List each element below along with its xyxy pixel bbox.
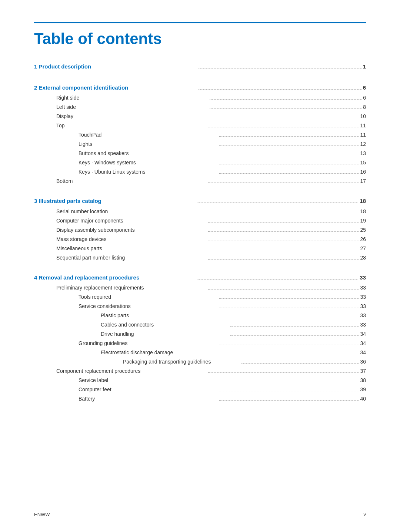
entry-dots bbox=[210, 99, 361, 100]
entry-label: Keys · Windows systems bbox=[79, 159, 218, 167]
entry-label: Lights bbox=[79, 140, 218, 148]
toc-entry: Buttons and speakers13 bbox=[34, 150, 366, 157]
toc-entry: Lights12 bbox=[34, 140, 366, 148]
entry-dots bbox=[208, 222, 359, 222]
entry-page: 11 bbox=[360, 122, 366, 130]
entry-page: 27 bbox=[360, 245, 366, 252]
toc-entry: Preliminary replacement requirements33 bbox=[34, 284, 366, 292]
chapter-page: 6 bbox=[363, 84, 366, 92]
chapter-label: 2 External component identification bbox=[34, 84, 197, 92]
entry-page: 13 bbox=[360, 150, 366, 157]
toc-chapter: 1 Product description1 bbox=[34, 63, 366, 71]
entry-page: 12 bbox=[360, 140, 366, 148]
entry-label: Packaging and transporting guidelines bbox=[123, 358, 240, 366]
toc-entry: Grounding guidelines34 bbox=[34, 339, 366, 347]
entry-label: Sequential part number listing bbox=[56, 254, 207, 262]
toc-entry: Service label38 bbox=[34, 377, 366, 384]
entry-dots bbox=[219, 298, 359, 299]
entry-page: 25 bbox=[360, 226, 366, 234]
entry-page: 40 bbox=[360, 395, 366, 403]
entry-label: Tools required bbox=[79, 293, 218, 301]
entry-label: Service label bbox=[79, 377, 218, 384]
toc-entry: Serial number location18 bbox=[34, 208, 366, 215]
entry-label: Keys · Ubuntu Linux systems bbox=[79, 168, 218, 176]
entry-page: 11 bbox=[360, 131, 366, 139]
entry-dots bbox=[219, 345, 359, 345]
toc-chapter: 2 External component identification6 bbox=[34, 84, 366, 92]
chapter-label: 3 Illustrated parts catalog bbox=[34, 197, 196, 205]
toc-entry: Computer major components19 bbox=[34, 217, 366, 225]
entry-dots bbox=[208, 231, 359, 232]
entry-dots bbox=[210, 108, 361, 109]
toc-entry: TouchPad11 bbox=[34, 131, 366, 139]
entry-label: Buttons and speakers bbox=[79, 150, 218, 157]
entry-dots bbox=[219, 136, 359, 137]
toc-container: 1 Product description12 External compone… bbox=[34, 63, 366, 408]
entry-label: Service considerations bbox=[79, 302, 218, 310]
entry-page: 16 bbox=[360, 168, 366, 176]
footer-right: v bbox=[364, 512, 366, 517]
entry-label: Computer major components bbox=[56, 217, 207, 225]
entry-dots bbox=[219, 173, 359, 174]
entry-dots bbox=[219, 391, 359, 391]
page-title: Table of contents bbox=[34, 30, 366, 48]
toc-entry: Keys · Windows systems15 bbox=[34, 159, 366, 167]
entry-label: Bottom bbox=[56, 177, 207, 185]
toc-entry: Tools required33 bbox=[34, 293, 366, 301]
entry-label: Top bbox=[56, 122, 207, 130]
toc-entry: Keys · Ubuntu Linux systems16 bbox=[34, 168, 366, 176]
entry-dots bbox=[219, 382, 359, 382]
entry-page: 33 bbox=[360, 293, 366, 301]
toc-entry: Battery40 bbox=[34, 395, 366, 403]
entry-dots bbox=[208, 183, 359, 183]
entry-dots bbox=[230, 317, 359, 317]
entry-page: 19 bbox=[360, 217, 366, 225]
entry-label: Battery bbox=[79, 395, 218, 403]
toc-entry: Electrostatic discharge damage34 bbox=[34, 349, 366, 357]
entry-label: Grounding guidelines bbox=[79, 339, 218, 347]
toc-entry: Miscellaneous parts27 bbox=[34, 245, 366, 252]
toc-entry: Plastic parts33 bbox=[34, 312, 366, 319]
entry-page: 36 bbox=[360, 358, 366, 366]
entry-label: Preliminary replacement requirements bbox=[56, 284, 207, 292]
entry-dots bbox=[208, 127, 359, 127]
toc-entry: Display assembly subcomponents25 bbox=[34, 226, 366, 234]
entry-page: 33 bbox=[360, 302, 366, 310]
entry-page: 34 bbox=[360, 339, 366, 347]
entry-page: 33 bbox=[360, 321, 366, 329]
chapter-dots bbox=[197, 203, 359, 203]
entry-page: 17 bbox=[360, 177, 366, 185]
entry-page: 33 bbox=[360, 312, 366, 319]
entry-dots bbox=[208, 213, 359, 213]
chapter-dots bbox=[197, 279, 359, 280]
toc-entry: Display10 bbox=[34, 113, 366, 120]
entry-dots bbox=[208, 372, 359, 373]
entry-page: 33 bbox=[360, 284, 366, 292]
entry-label: Electrostatic discharge damage bbox=[101, 349, 229, 357]
chapter-label: 4 Removal and replacement procedures bbox=[34, 274, 196, 282]
chapter-page: 18 bbox=[360, 197, 366, 205]
entry-page: 8 bbox=[363, 103, 366, 111]
entry-label: Right side bbox=[56, 94, 208, 102]
footer: ENWW v bbox=[34, 512, 366, 517]
entry-dots bbox=[219, 164, 359, 164]
entry-label: TouchPad bbox=[79, 131, 218, 139]
toc-entry: Sequential part number listing28 bbox=[34, 254, 366, 262]
toc-entry: Mass storage devices26 bbox=[34, 235, 366, 243]
chapter-dots bbox=[199, 89, 361, 90]
entry-dots bbox=[219, 155, 359, 155]
toc-entry: Cables and connectors33 bbox=[34, 321, 366, 329]
entry-page: 10 bbox=[360, 113, 366, 120]
top-rule bbox=[34, 22, 366, 23]
bottom-rule bbox=[34, 423, 366, 423]
entry-page: 39 bbox=[360, 386, 366, 394]
entry-dots bbox=[208, 241, 359, 241]
entry-dots bbox=[208, 250, 359, 250]
entry-dots bbox=[208, 289, 359, 290]
entry-dots bbox=[219, 145, 359, 146]
entry-label: Component replacement procedures bbox=[56, 367, 207, 375]
toc-entry: Drive handling34 bbox=[34, 330, 366, 338]
toc-entry: Left side8 bbox=[34, 103, 366, 111]
chapter-label: 1 Product description bbox=[34, 63, 197, 71]
toc-chapter: 4 Removal and replacement procedures33 bbox=[34, 274, 366, 282]
